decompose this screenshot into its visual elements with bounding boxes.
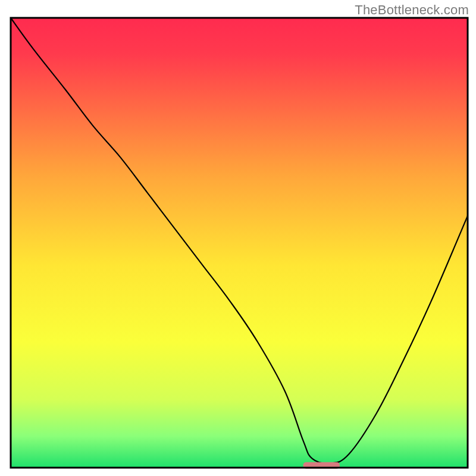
gradient-background: [11, 18, 468, 468]
chart-canvas: [0, 0, 476, 476]
chart-container: TheBottleneck.com: [0, 0, 476, 476]
watermark-label: TheBottleneck.com: [355, 2, 469, 18]
